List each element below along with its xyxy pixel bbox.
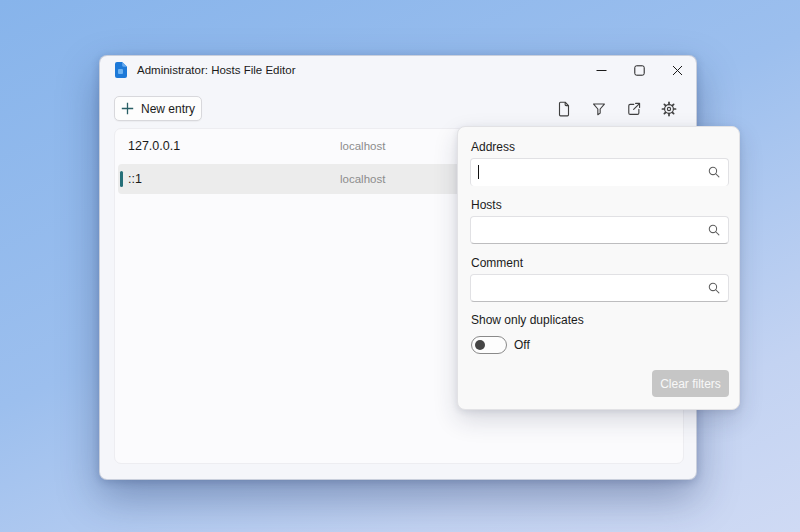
- new-entry-button[interactable]: New entry: [114, 96, 202, 121]
- file-button[interactable]: [554, 99, 574, 119]
- new-entry-label: New entry: [141, 102, 195, 116]
- address-filter-field: [470, 158, 729, 186]
- comment-filter-label: Comment: [471, 256, 523, 270]
- hosts-filter-label: Hosts: [471, 198, 502, 212]
- plus-icon: [121, 102, 134, 115]
- window-title: Administrator: Hosts File Editor: [137, 64, 296, 76]
- hosts-filter-input[interactable]: [470, 216, 729, 244]
- address-filter-label: Address: [471, 140, 515, 154]
- entry-address: 127.0.0.1: [128, 139, 340, 153]
- filter-button[interactable]: [589, 99, 609, 119]
- selection-indicator-bar: [120, 171, 123, 187]
- address-filter-input[interactable]: [470, 158, 729, 186]
- minimize-icon: [596, 65, 607, 76]
- settings-gear-icon: [660, 100, 678, 118]
- toggle-state-label: Off: [514, 338, 530, 352]
- text-caret: [478, 165, 479, 179]
- open-external-button[interactable]: [624, 99, 644, 119]
- close-icon: [672, 65, 683, 76]
- entry-hosts: localhost: [340, 173, 385, 185]
- duplicates-toggle[interactable]: [471, 336, 507, 354]
- desktop: { "window": { "title": "Administrator: H…: [0, 0, 800, 532]
- filter-icon: [590, 100, 608, 118]
- toolbar-icons: [554, 99, 679, 119]
- clear-filters-button[interactable]: Clear filters: [652, 370, 729, 397]
- hosts-filter-field: [470, 216, 729, 244]
- toggle-knob: [475, 340, 485, 350]
- filter-flyout-panel: Address Hosts Comment Show only duplicat…: [457, 126, 740, 410]
- settings-button[interactable]: [659, 99, 679, 119]
- window-controls: [582, 56, 696, 84]
- open-external-icon: [625, 100, 643, 118]
- comment-filter-input[interactable]: [470, 274, 729, 302]
- titlebar[interactable]: Administrator: Hosts File Editor: [100, 56, 696, 84]
- entry-hosts: localhost: [340, 140, 385, 152]
- app-document-icon: [114, 62, 127, 78]
- close-button[interactable]: [658, 56, 696, 84]
- entry-address: ::1: [128, 172, 340, 186]
- maximize-button[interactable]: [620, 56, 658, 84]
- minimize-button[interactable]: [582, 56, 620, 84]
- file-icon: [555, 100, 573, 118]
- show-only-duplicates-label: Show only duplicates: [471, 313, 584, 327]
- maximize-icon: [634, 65, 645, 76]
- comment-filter-field: [470, 274, 729, 302]
